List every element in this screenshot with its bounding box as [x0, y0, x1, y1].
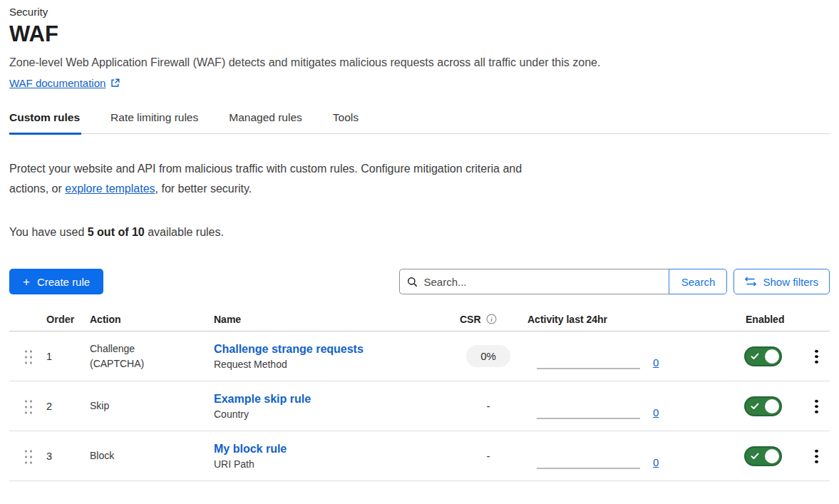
waf-documentation-link[interactable]: WAF documentation [9, 77, 105, 89]
csr-value: - [487, 450, 490, 462]
activity-sparkline [537, 368, 640, 369]
doc-link-row: WAF documentation [9, 77, 830, 89]
csr-value: - [487, 400, 490, 412]
section-eyebrow: Security [9, 6, 830, 18]
waf-page: Security WAF Zone-level Web Application … [0, 0, 839, 481]
create-rule-label: Create rule [37, 276, 90, 288]
kebab-menu-icon[interactable] [815, 448, 818, 464]
col-header-enabled: Enabled [738, 314, 803, 325]
rule-action: Block [90, 448, 214, 463]
swap-arrows-icon [745, 277, 756, 287]
activity-cell: 0 [527, 381, 738, 431]
usage-text-after: available rules. [145, 226, 224, 238]
activity-cell: 0 [527, 331, 738, 381]
plus-icon: + [23, 276, 30, 288]
page-description: Zone-level Web Application Firewall (WAF… [9, 56, 830, 69]
svg-text:i: i [490, 316, 493, 323]
table-row: 1 Challenge (CAPTCHA) Challenge strange … [9, 331, 830, 381]
kebab-menu-icon[interactable] [815, 349, 818, 364]
enabled-toggle[interactable] [744, 446, 782, 466]
table-header-row: Order Action Name CSR i Activity last 24… [9, 307, 830, 331]
toolbar: + Create rule Search [9, 269, 830, 294]
col-header-order: Order [46, 314, 90, 325]
search-button[interactable]: Search [669, 269, 727, 294]
tab-tools[interactable]: Tools [333, 111, 360, 135]
rule-name-link[interactable]: Example skip rule [214, 393, 311, 405]
enabled-toggle[interactable] [744, 346, 782, 366]
toolbar-right: Search Show filters [399, 269, 830, 294]
activity-count-link[interactable]: 0 [653, 406, 659, 418]
rule-order: 2 [46, 401, 90, 412]
check-icon [751, 353, 759, 360]
rule-action: Challenge (CAPTCHA) [90, 341, 214, 371]
show-filters-button[interactable]: Show filters [734, 269, 830, 294]
drag-handle-icon[interactable] [24, 398, 32, 414]
usage-summary: You have used 5 out of 10 available rule… [9, 226, 830, 239]
external-link-icon [110, 78, 120, 88]
col-header-action: Action [90, 314, 214, 325]
rule-name-cell: My block rule URI Path [214, 443, 449, 470]
table-row: 2 Skip Example skip rule Country - 0 [9, 381, 830, 431]
rule-field: URI Path [214, 458, 449, 470]
activity-sparkline [537, 468, 640, 469]
col-header-name: Name [214, 314, 449, 325]
usage-count: 5 out of 10 [88, 226, 145, 238]
col-header-csr: CSR [460, 314, 481, 325]
search-group: Search [399, 269, 727, 294]
activity-sparkline [537, 418, 640, 419]
enabled-toggle[interactable] [744, 396, 782, 416]
rules-table: Order Action Name CSR i Activity last 24… [9, 307, 830, 481]
drag-handle-icon[interactable] [24, 349, 32, 364]
intro-paragraph: Protect your website and API from malici… [9, 159, 538, 199]
table-row: 3 Block My block rule URI Path - 0 [9, 431, 830, 481]
drag-handle-icon[interactable] [24, 448, 32, 464]
search-input[interactable] [423, 276, 662, 288]
toggle-knob [765, 399, 779, 413]
intro-text-after: , for better security. [155, 182, 252, 195]
usage-text-before: You have used [9, 226, 88, 238]
tab-rate-limiting-rules[interactable]: Rate limiting rules [110, 111, 200, 135]
check-icon [751, 453, 759, 460]
tab-bar: Custom rules Rate limiting rules Managed… [9, 111, 830, 134]
search-box [399, 269, 669, 294]
activity-count-link[interactable]: 0 [653, 356, 659, 369]
toggle-knob [765, 449, 779, 463]
col-header-activity: Activity last 24hr [527, 314, 738, 325]
page-title: WAF [9, 21, 830, 47]
rule-order: 1 [46, 351, 90, 362]
activity-count-link[interactable]: 0 [653, 456, 659, 468]
tab-custom-rules[interactable]: Custom rules [9, 111, 81, 135]
show-filters-label: Show filters [763, 276, 818, 288]
activity-cell: 0 [527, 431, 738, 480]
rule-name-cell: Challenge strange requests Request Metho… [214, 343, 449, 370]
tab-managed-rules[interactable]: Managed rules [229, 111, 304, 135]
rule-name-link[interactable]: My block rule [214, 443, 287, 455]
rule-field: Country [214, 408, 449, 420]
rule-field: Request Method [214, 359, 449, 370]
explore-templates-link[interactable]: explore templates [65, 182, 155, 195]
csr-badge: 0% [466, 345, 510, 367]
search-icon [407, 277, 418, 287]
rule-name-cell: Example skip rule Country [214, 393, 449, 420]
rule-action: Skip [90, 398, 214, 413]
create-rule-button[interactable]: + Create rule [9, 269, 103, 294]
info-icon[interactable]: i [486, 314, 497, 324]
kebab-menu-icon[interactable] [815, 398, 818, 414]
check-icon [751, 403, 759, 410]
toggle-knob [765, 349, 779, 364]
rule-name-link[interactable]: Challenge strange requests [214, 343, 364, 355]
rule-order: 3 [46, 451, 90, 462]
